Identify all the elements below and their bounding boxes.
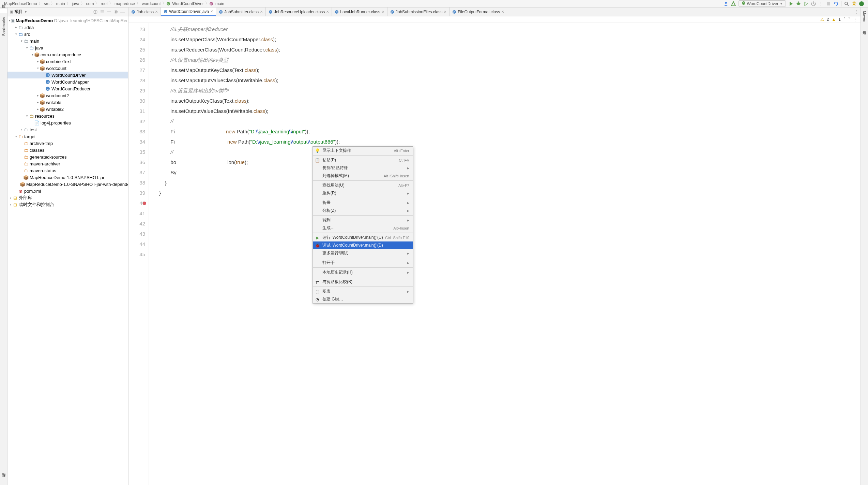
bookmarks-tool-button[interactable]: Bookmarks bbox=[1, 15, 6, 38]
more-tabs-icon[interactable]: ⋮ bbox=[854, 9, 858, 14]
editor-tab[interactable]: CJob.class✕ bbox=[128, 8, 161, 16]
tree-package[interactable]: ▾📦wordcount bbox=[7, 65, 128, 72]
editor-tab[interactable]: CJobSubmitter.class✕ bbox=[216, 8, 266, 16]
menu-item[interactable]: 折叠▶ bbox=[313, 199, 413, 207]
tree-folder[interactable]: 🗀classes bbox=[7, 147, 128, 153]
avatar-icon[interactable] bbox=[859, 1, 864, 6]
project-tree[interactable]: ▾▣MapReduceDemo D:\java_learning\HDFSCli… bbox=[7, 16, 128, 485]
breadcrumb-item[interactable]: main bbox=[214, 1, 226, 6]
tree-folder[interactable]: 🗀generated-sources bbox=[7, 153, 128, 160]
editor-tab[interactable]: CJobSubmissionFiles.class✕ bbox=[387, 8, 450, 16]
menu-item[interactable]: 重构(R)▶ bbox=[313, 189, 413, 197]
editor-tab[interactable]: CJobResourceUploader.class✕ bbox=[266, 8, 332, 16]
breadcrumb-item[interactable]: com bbox=[85, 1, 95, 6]
menu-item[interactable]: ◔创建 Gist… bbox=[313, 295, 413, 303]
close-icon[interactable]: ✕ bbox=[444, 10, 446, 14]
code-editor[interactable]: 2324252627282930313233343536373839404142… bbox=[128, 23, 861, 485]
prev-highlight[interactable]: ˄ bbox=[843, 17, 846, 22]
menu-item[interactable]: 打开于▶ bbox=[313, 259, 413, 267]
tree-file[interactable]: 📄log4j.properties bbox=[7, 119, 128, 126]
tree-folder[interactable]: ▾🗀src bbox=[7, 31, 128, 38]
tree-ext-libs[interactable]: ▸⊞外部库 bbox=[7, 194, 128, 201]
user-icon[interactable] bbox=[723, 1, 729, 6]
menu-item[interactable]: 分析(Z)▶ bbox=[313, 207, 413, 215]
menu-item[interactable]: 更多运行/调试▶ bbox=[313, 249, 413, 257]
breadcrumb-item[interactable]: java bbox=[71, 1, 81, 6]
menu-item[interactable]: ▶运行 'WordCountDriver.main()'(U)Ctrl+Shif… bbox=[313, 234, 413, 241]
weak-warning-icon[interactable]: ▲ bbox=[832, 17, 836, 22]
tree-folder[interactable]: 🗀maven-archiver bbox=[7, 160, 128, 167]
close-icon[interactable]: ✕ bbox=[382, 10, 384, 14]
editor-context-menu[interactable]: 💡显示上下文操作Alt+Enter📋粘贴(P)Ctrl+V复制/粘贴特殊▶列选择… bbox=[313, 146, 413, 304]
tree-folder[interactable]: ▾🗀resources bbox=[7, 113, 128, 119]
menu-item[interactable]: 列选择模式(M)Alt+Shift+Insert bbox=[313, 172, 413, 180]
coverage-icon[interactable] bbox=[803, 1, 809, 6]
tree-class[interactable]: CWordCountMapper bbox=[7, 78, 128, 85]
menu-item[interactable]: 💡显示上下文操作Alt+Enter bbox=[313, 147, 413, 155]
close-icon[interactable]: ✕ bbox=[326, 10, 329, 14]
menu-item[interactable]: ⇄与剪贴板比较(B) bbox=[313, 278, 413, 286]
next-highlight[interactable]: ˅ bbox=[848, 17, 850, 22]
expand-all-icon[interactable] bbox=[100, 10, 105, 14]
close-icon[interactable]: ✕ bbox=[260, 10, 263, 14]
tree-folder[interactable]: ▾🗀target bbox=[7, 133, 128, 140]
collapse-all-icon[interactable] bbox=[107, 10, 111, 14]
menu-item[interactable]: 查找用法(U)Alt+F7 bbox=[313, 181, 413, 189]
breadcrumb-item[interactable]: WordCountDriver bbox=[171, 1, 205, 6]
tree-folder[interactable]: ▾🗀main bbox=[7, 38, 128, 44]
tree-class[interactable]: CWordCountDriver bbox=[7, 72, 128, 78]
menu-item[interactable]: 转到▶ bbox=[313, 216, 413, 224]
breadcrumb-item[interactable]: MapReduceDemo bbox=[3, 1, 39, 6]
project-tool-button[interactable]: 项目 bbox=[0, 9, 7, 13]
tree-folder[interactable]: ▸🗀.idea bbox=[7, 24, 128, 31]
tree-file[interactable]: 📦MapReduceDemo-1.0-SNAPSHOT.jar bbox=[7, 174, 128, 181]
more-run-icon[interactable]: ⋮ bbox=[818, 1, 824, 6]
maven-tool-button[interactable]: Maven bbox=[862, 9, 867, 24]
warning-icon[interactable]: ⚠ bbox=[820, 17, 824, 22]
hide-icon[interactable]: — bbox=[120, 10, 125, 14]
tree-package[interactable]: ▸📦writable bbox=[7, 99, 128, 106]
menu-item[interactable]: 🐞调试 'WordCountDriver.main()'(D) bbox=[313, 241, 413, 249]
tree-file[interactable]: 📦MapReduceDemo-1.0-SNAPSHOT-jar-with-dep… bbox=[7, 181, 128, 188]
menu-item[interactable]: 📋粘贴(P)Ctrl+V bbox=[313, 156, 413, 164]
close-icon[interactable]: ✕ bbox=[155, 10, 158, 14]
tree-scratches[interactable]: ▸⊞临时文件和控制台 bbox=[7, 201, 128, 208]
profile-icon[interactable] bbox=[811, 1, 816, 6]
menu-item[interactable]: 本地历史记录(H)▶ bbox=[313, 268, 413, 276]
stop-icon[interactable] bbox=[826, 1, 831, 6]
menu-item[interactable]: 生成…Alt+Insert bbox=[313, 224, 413, 232]
tree-root[interactable]: ▾▣MapReduceDemo D:\java_learning\HDFSCli… bbox=[7, 17, 128, 24]
tree-package[interactable]: ▾📦com.root.mapreduce bbox=[7, 51, 128, 58]
run-icon[interactable] bbox=[788, 1, 794, 6]
breadcrumb-item[interactable]: root bbox=[99, 1, 109, 6]
editor-tab[interactable]: CWordCountDriver.java✕ bbox=[161, 8, 216, 16]
breakpoint-icon[interactable] bbox=[143, 202, 146, 205]
structure-tool-button[interactable]: 结构 bbox=[0, 478, 7, 482]
settings-icon[interactable] bbox=[851, 1, 857, 6]
run-config-select[interactable]: C WordCountDriver ▼ bbox=[738, 0, 786, 7]
notifications-button[interactable]: 通知 bbox=[861, 26, 868, 30]
menu-item[interactable]: 复制/粘贴特殊▶ bbox=[313, 164, 413, 172]
editor-tab[interactable]: CFileOutputFormat.class✕ bbox=[450, 8, 507, 16]
editor-tab[interactable]: CLocalJobRunner.class✕ bbox=[332, 8, 387, 16]
tree-folder[interactable]: ▸🗀test bbox=[7, 126, 128, 133]
search-icon[interactable] bbox=[844, 1, 849, 6]
breadcrumb-item[interactable]: wordcount bbox=[140, 1, 162, 6]
menu-item[interactable]: ⬚图表▶ bbox=[313, 288, 413, 295]
tree-package[interactable]: ▸📦combineText bbox=[7, 58, 128, 65]
gear-icon[interactable] bbox=[113, 10, 118, 14]
build-icon[interactable] bbox=[731, 1, 736, 6]
chevron-down-icon[interactable]: ▼ bbox=[24, 10, 27, 14]
project-view-icon[interactable]: ▣ bbox=[10, 10, 13, 14]
close-icon[interactable]: ✕ bbox=[501, 10, 504, 14]
tree-class[interactable]: CWordCountReducer bbox=[7, 85, 128, 92]
tree-package[interactable]: ▸📦writable2 bbox=[7, 106, 128, 113]
tree-package[interactable]: ▸📦wordcount2 bbox=[7, 92, 128, 99]
update-icon[interactable] bbox=[833, 1, 839, 6]
tree-folder[interactable]: 🗀archive-tmp bbox=[7, 140, 128, 147]
tree-folder[interactable]: ▾🗀java bbox=[7, 44, 128, 51]
breadcrumb-item[interactable]: mapreduce bbox=[113, 1, 136, 6]
gutter[interactable]: 2324252627282930313233343536373839404142… bbox=[128, 23, 149, 485]
close-icon[interactable]: ✕ bbox=[210, 10, 213, 13]
breadcrumb-item[interactable]: src bbox=[43, 1, 51, 6]
